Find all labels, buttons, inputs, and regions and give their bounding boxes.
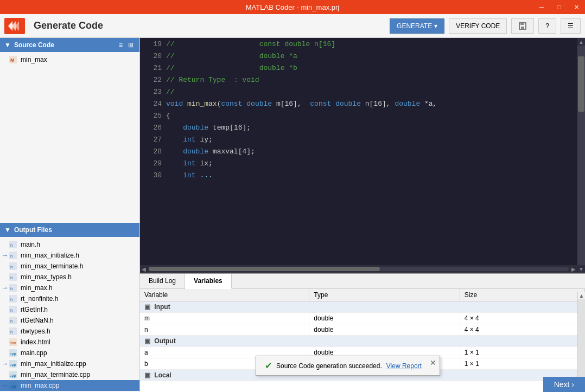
var-size-n: 4 × 4 (460, 324, 584, 336)
h-scroll-thumb[interactable] (149, 267, 380, 271)
code-line-20: 20 // double *a (140, 52, 585, 64)
notification-message: Source Code generation succeeded. (276, 362, 382, 370)
svg-text:cpp: cpp (10, 374, 16, 378)
local-section-label: Local (154, 371, 171, 379)
output-file-min-max-initialize-h[interactable]: → h min_max_initialize.h (0, 250, 139, 261)
output-file-main-h[interactable]: h main.h (0, 239, 139, 250)
verify-code-button[interactable]: VERIFY CODE (449, 18, 507, 34)
output-file-rtgetinf-h[interactable]: h rtGetInf.h (0, 304, 139, 315)
tab-variables[interactable]: Variables (185, 274, 232, 289)
input-section-row: ▣ Input (140, 301, 585, 313)
output-file-min-max-h[interactable]: → h min_max.h (0, 282, 139, 293)
close-button[interactable]: ✕ (568, 0, 585, 14)
source-files-list: M min_max (0, 52, 139, 67)
table-header-row: Variable Type Size (140, 289, 585, 301)
notification-close-button[interactable]: ✕ (430, 358, 436, 367)
bottom-vscroll-up[interactable]: ▲ (578, 292, 585, 299)
cpp-file-icon-4: cpp (9, 381, 17, 390)
output-file-min-max-types-h[interactable]: h min_max_types.h (0, 272, 139, 282)
menu-button[interactable]: ☰ (561, 18, 581, 34)
output-file-index-html[interactable]: htm index.html (0, 337, 139, 348)
output-collapse-btn[interactable]: ▣ (144, 337, 150, 345)
source-filename: min_max (21, 56, 47, 63)
window-controls: ─ □ ✕ (533, 0, 585, 14)
grid-view-btn[interactable]: ⊞ (126, 41, 135, 49)
maximize-button[interactable]: □ (550, 0, 568, 14)
variables-table: Variable Type Size ▣ Input (140, 289, 585, 392)
local-collapse-btn[interactable]: ▣ (144, 371, 150, 379)
main-layout: ▼ Source Code ≡ ⊞ M min_max (0, 38, 585, 392)
v-scroll-thumb[interactable] (578, 56, 584, 111)
tab-build-log[interactable]: Build Log (140, 274, 185, 288)
toolbar-actions: GENERATE ▾ VERIFY CODE ? ☰ (390, 18, 581, 34)
h-scroll-right[interactable]: ▶ (570, 265, 577, 273)
output-file-min-max-terminate-cpp[interactable]: cpp min_max_terminate.cpp (0, 369, 139, 380)
arrow-indicator-2: → (1, 284, 8, 292)
view-report-link[interactable]: View Report (386, 362, 422, 370)
help-button[interactable]: ? (538, 18, 556, 34)
generate-button[interactable]: GENERATE ▾ (390, 18, 444, 34)
var-name-n: n (140, 324, 309, 336)
h-scrollbar[interactable]: ◀ ▶ (140, 265, 577, 273)
var-size-b: 1 × 1 (460, 358, 584, 370)
save-button[interactable] (511, 18, 534, 34)
next-button[interactable]: Next › (543, 377, 585, 392)
var-row-m: m double 4 × 4 (140, 313, 585, 324)
collapse-icon-output: ▼ (4, 226, 11, 234)
svg-text:h: h (10, 265, 12, 269)
v-scroll-down[interactable]: ▼ (577, 265, 585, 273)
svg-text:h: h (10, 243, 12, 248)
output-file-rtgetnan-h[interactable]: h rtGetNaN.h (0, 315, 139, 326)
svg-text:htm: htm (10, 341, 16, 345)
sidebar: ▼ Source Code ≡ ⊞ M min_max (0, 38, 140, 392)
list-view-btn[interactable]: ≡ (117, 41, 124, 49)
var-name-m: m (140, 313, 309, 324)
v-scroll-up[interactable]: ▲ (577, 38, 585, 46)
h-file-icon: h (9, 240, 17, 249)
arrow-indicator-3: → (1, 359, 8, 368)
output-file-main-cpp[interactable]: cpp main.cpp (0, 348, 139, 358)
cpp-file-icon-2: cpp (9, 359, 17, 368)
h-file-icon-4: h (9, 273, 17, 281)
h-scroll-track (149, 267, 569, 271)
output-file-rt-nonfinite-h[interactable]: h rt_nonfinite.h (0, 293, 139, 304)
var-size-a: 1 × 1 (460, 347, 584, 358)
svg-text:h: h (10, 286, 12, 291)
svg-rect-5 (521, 27, 524, 29)
title-bar: MATLAB Coder - min_max.prj ─ □ ✕ (0, 0, 585, 14)
var-type-n: double (309, 324, 460, 336)
svg-text:cpp: cpp (10, 352, 16, 356)
arrow-indicator-4: → (1, 381, 8, 389)
bottom-tabs: Build Log Variables (140, 274, 585, 289)
output-file-min-max-cpp[interactable]: → cpp min_max.cpp (0, 380, 139, 391)
col-header-variable: Variable (140, 289, 309, 301)
collapse-icon: ▼ (4, 41, 11, 49)
col-header-size: Size (460, 289, 584, 301)
svg-text:h: h (10, 254, 12, 259)
svg-text:cpp: cpp (10, 363, 16, 367)
success-icon: ✔ (265, 361, 272, 371)
h-file-icon-6: h (9, 294, 17, 303)
cpp-file-icon-3: cpp (9, 370, 17, 379)
toolbar: Generate Code GENERATE ▾ VERIFY CODE ? ☰ (0, 14, 585, 38)
minimize-button[interactable]: ─ (533, 0, 550, 14)
success-notification: ✔ Source Code generation succeeded. View… (256, 356, 440, 376)
source-file-min-max[interactable]: M min_max (0, 54, 139, 65)
output-file-min-max-terminate-h[interactable]: h min_max_terminate.h (0, 261, 139, 272)
matlab-file-icon: M (9, 55, 17, 64)
code-editor[interactable]: 19 // const double n[16] 20 // double *a… (140, 38, 585, 273)
h-file-icon-9: h (9, 327, 17, 336)
var-type-m: double (309, 313, 460, 324)
h-scroll-left[interactable]: ◀ (140, 265, 148, 273)
bottom-vscroll-track (578, 299, 585, 384)
code-line-23: 23 // (140, 88, 585, 100)
output-file-min-max-initialize-cpp[interactable]: → cpp min_max_initialize.cpp (0, 358, 139, 369)
input-collapse-btn[interactable]: ▣ (144, 303, 150, 311)
output-files-section-header: ▼ Output Files (0, 223, 139, 237)
code-area: 19 // const double n[16] 20 // double *a… (140, 38, 585, 392)
sidebar-spacer (0, 67, 139, 223)
output-file-rtwtypes-h[interactable]: h rtwtypes.h (0, 326, 139, 337)
output-files-label: Output Files (14, 226, 52, 234)
h-file-icon-3: h (9, 262, 17, 271)
code-content: 19 // const double n[16] 20 // double *a… (140, 38, 585, 185)
